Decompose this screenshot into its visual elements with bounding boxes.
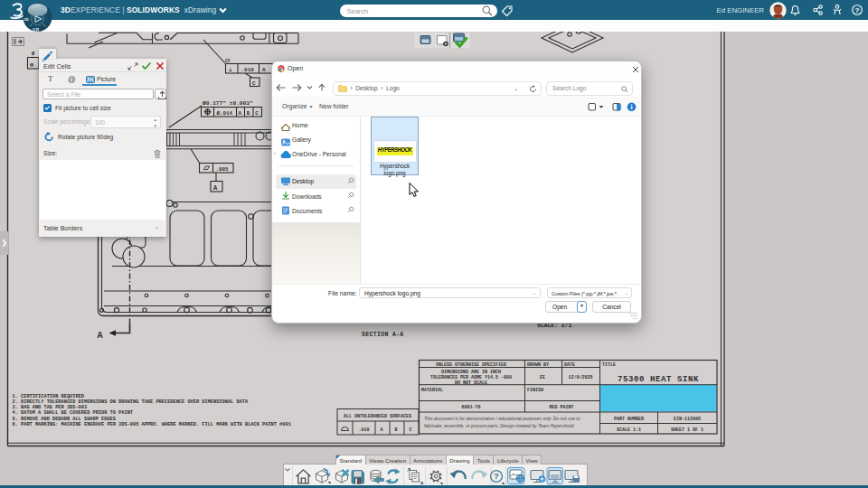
- svg-text:SCALE: 2/1: SCALE: 2/1: [537, 323, 572, 329]
- svg-text:TITLE: TITLE: [602, 362, 616, 368]
- svg-text:DRAWN BY: DRAWN BY: [527, 362, 549, 368]
- svg-text:DATE: DATE: [564, 362, 575, 368]
- svg-text:B: B: [395, 427, 398, 433]
- svg-text:3D: 3D: [24, 17, 29, 22]
- svg-text:fabricate, assemble, or procur: fabricate, assemble, or procure parts. D…: [424, 423, 575, 428]
- svg-text:SCALE 1:1: SCALE 1:1: [617, 427, 641, 433]
- svg-text:i: i: [630, 103, 632, 111]
- svg-text:?: ?: [855, 6, 860, 14]
- svg-text:PART NUMBER: PART NUMBER: [614, 417, 644, 422]
- svg-text:.010: .010: [241, 67, 255, 73]
- svg-text:EE: EE: [540, 375, 545, 380]
- svg-text:CF: CF: [225, 59, 231, 64]
- svg-text:6. PART MARKING: MACHINE ENGRA: 6. PART MARKING: MACHINE ENGRAVE PER 3DS…: [13, 422, 291, 427]
- svg-text:A: A: [239, 110, 242, 117]
- svg-text:EIN-112095: EIN-112095: [674, 417, 701, 422]
- svg-text:UNLESS OTHERWISE SPECIFIED: UNLESS OTHERWISE SPECIFIED: [436, 362, 506, 368]
- svg-text:MATERIAL: MATERIAL: [421, 388, 443, 393]
- svg-text:V.R: V.R: [33, 28, 40, 33]
- svg-text:?: ?: [494, 471, 499, 481]
- svg-text:ALL UNTOLERANCED SURFACES: ALL UNTOLERANCED SURFACES: [344, 414, 411, 419]
- svg-text:SHEET 1 OF 1: SHEET 1 OF 1: [671, 427, 703, 433]
- svg-text:6061-T6: 6061-T6: [461, 405, 480, 410]
- svg-text:A: A: [262, 67, 266, 73]
- svg-text:3. BAG AND TAG PER 3DS-003: 3. BAG AND TAG PER 3DS-003: [13, 405, 88, 410]
- svg-text:C: C: [252, 80, 256, 87]
- svg-text:DO NOT SCALE: DO NOT SCALE: [455, 380, 487, 386]
- svg-text:4. DATUM A SHALL BE COVERED PR: 4. DATUM A SHALL BE COVERED PRIOR TO PAI…: [13, 410, 134, 416]
- svg-text:.010: .010: [359, 427, 370, 433]
- svg-text:.005: .005: [216, 166, 229, 173]
- svg-text:C: C: [410, 427, 412, 433]
- svg-text:75300 HEAT SINK: 75300 HEAT SINK: [618, 375, 699, 384]
- svg-text:⊕: ⊕: [30, 61, 34, 69]
- svg-text:12/9/2025: 12/9/2025: [568, 375, 592, 380]
- svg-text:⊥: ⊥: [229, 67, 232, 73]
- svg-text:A: A: [98, 331, 103, 341]
- svg-text:A: A: [381, 427, 383, 433]
- svg-text:B: B: [247, 110, 250, 117]
- svg-text:SECTION A-A: SECTION A-A: [362, 332, 404, 338]
- svg-text:Ø.014: Ø.014: [217, 110, 233, 117]
- svg-text:FINISH: FINISH: [527, 388, 543, 393]
- svg-text:This document is for demonstra: This document is for demonstration / edu…: [424, 416, 580, 421]
- svg-text:RED PAINT: RED PAINT: [549, 405, 573, 410]
- svg-text:Ø0.177" ±0.003": Ø0.177" ±0.003": [203, 100, 253, 107]
- svg-text:5. REMOVE AND DEBURR ALL SHARP: 5. REMOVE AND DEBURR ALL SHARP EDGES: [13, 417, 117, 422]
- svg-text:A: A: [213, 184, 218, 192]
- svg-text:C: C: [255, 110, 259, 117]
- svg-text:1. CERTIFICATION REQUIRED: 1. CERTIFICATION REQUIRED: [13, 394, 84, 399]
- svg-text:Ø: Ø: [32, 51, 35, 57]
- svg-text:2. DIRECTLY TOLERANCED DIMENSI: 2. DIRECTLY TOLERANCED DIMENSIONS ON DRA…: [13, 399, 249, 405]
